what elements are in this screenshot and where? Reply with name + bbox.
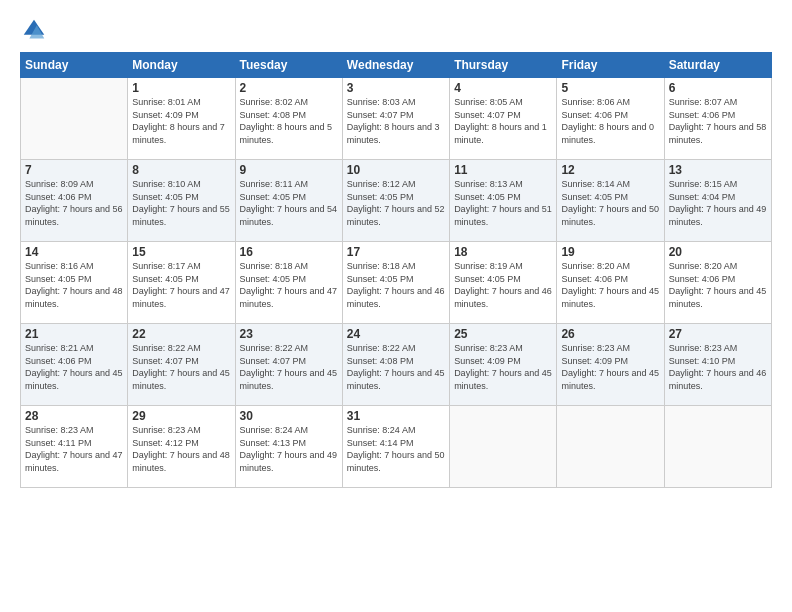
calendar-cell: 29Sunrise: 8:23 AMSunset: 4:12 PMDayligh… <box>128 406 235 488</box>
day-number: 14 <box>25 245 123 259</box>
calendar-cell: 2Sunrise: 8:02 AMSunset: 4:08 PMDaylight… <box>235 78 342 160</box>
calendar-cell: 12Sunrise: 8:14 AMSunset: 4:05 PMDayligh… <box>557 160 664 242</box>
day-info: Sunrise: 8:22 AMSunset: 4:08 PMDaylight:… <box>347 342 445 392</box>
day-info: Sunrise: 8:23 AMSunset: 4:09 PMDaylight:… <box>561 342 659 392</box>
day-number: 6 <box>669 81 767 95</box>
calendar-cell <box>21 78 128 160</box>
calendar-week-row: 14Sunrise: 8:16 AMSunset: 4:05 PMDayligh… <box>21 242 772 324</box>
day-info: Sunrise: 8:21 AMSunset: 4:06 PMDaylight:… <box>25 342 123 392</box>
weekday-header: Sunday <box>21 53 128 78</box>
weekday-header: Wednesday <box>342 53 449 78</box>
calendar-cell: 21Sunrise: 8:21 AMSunset: 4:06 PMDayligh… <box>21 324 128 406</box>
day-info: Sunrise: 8:07 AMSunset: 4:06 PMDaylight:… <box>669 96 767 146</box>
day-number: 30 <box>240 409 338 423</box>
day-number: 13 <box>669 163 767 177</box>
calendar-week-row: 21Sunrise: 8:21 AMSunset: 4:06 PMDayligh… <box>21 324 772 406</box>
day-number: 18 <box>454 245 552 259</box>
calendar-table: SundayMondayTuesdayWednesdayThursdayFrid… <box>20 52 772 488</box>
day-info: Sunrise: 8:20 AMSunset: 4:06 PMDaylight:… <box>669 260 767 310</box>
day-info: Sunrise: 8:23 AMSunset: 4:10 PMDaylight:… <box>669 342 767 392</box>
calendar-cell: 11Sunrise: 8:13 AMSunset: 4:05 PMDayligh… <box>450 160 557 242</box>
day-number: 20 <box>669 245 767 259</box>
day-info: Sunrise: 8:14 AMSunset: 4:05 PMDaylight:… <box>561 178 659 228</box>
logo <box>20 16 52 44</box>
day-info: Sunrise: 8:19 AMSunset: 4:05 PMDaylight:… <box>454 260 552 310</box>
day-info: Sunrise: 8:10 AMSunset: 4:05 PMDaylight:… <box>132 178 230 228</box>
calendar-cell: 25Sunrise: 8:23 AMSunset: 4:09 PMDayligh… <box>450 324 557 406</box>
calendar-cell: 17Sunrise: 8:18 AMSunset: 4:05 PMDayligh… <box>342 242 449 324</box>
calendar-cell: 9Sunrise: 8:11 AMSunset: 4:05 PMDaylight… <box>235 160 342 242</box>
header <box>20 16 772 44</box>
day-number: 9 <box>240 163 338 177</box>
day-info: Sunrise: 8:24 AMSunset: 4:14 PMDaylight:… <box>347 424 445 474</box>
day-info: Sunrise: 8:12 AMSunset: 4:05 PMDaylight:… <box>347 178 445 228</box>
day-info: Sunrise: 8:17 AMSunset: 4:05 PMDaylight:… <box>132 260 230 310</box>
day-number: 7 <box>25 163 123 177</box>
day-info: Sunrise: 8:09 AMSunset: 4:06 PMDaylight:… <box>25 178 123 228</box>
calendar-cell: 23Sunrise: 8:22 AMSunset: 4:07 PMDayligh… <box>235 324 342 406</box>
day-info: Sunrise: 8:16 AMSunset: 4:05 PMDaylight:… <box>25 260 123 310</box>
day-info: Sunrise: 8:15 AMSunset: 4:04 PMDaylight:… <box>669 178 767 228</box>
calendar-week-row: 28Sunrise: 8:23 AMSunset: 4:11 PMDayligh… <box>21 406 772 488</box>
weekday-header: Tuesday <box>235 53 342 78</box>
calendar-cell: 28Sunrise: 8:23 AMSunset: 4:11 PMDayligh… <box>21 406 128 488</box>
calendar-cell: 10Sunrise: 8:12 AMSunset: 4:05 PMDayligh… <box>342 160 449 242</box>
calendar-cell: 31Sunrise: 8:24 AMSunset: 4:14 PMDayligh… <box>342 406 449 488</box>
day-number: 23 <box>240 327 338 341</box>
calendar-cell: 19Sunrise: 8:20 AMSunset: 4:06 PMDayligh… <box>557 242 664 324</box>
calendar-week-row: 1Sunrise: 8:01 AMSunset: 4:09 PMDaylight… <box>21 78 772 160</box>
day-info: Sunrise: 8:03 AMSunset: 4:07 PMDaylight:… <box>347 96 445 146</box>
day-number: 21 <box>25 327 123 341</box>
day-number: 3 <box>347 81 445 95</box>
calendar-cell: 14Sunrise: 8:16 AMSunset: 4:05 PMDayligh… <box>21 242 128 324</box>
day-info: Sunrise: 8:18 AMSunset: 4:05 PMDaylight:… <box>240 260 338 310</box>
calendar-cell: 22Sunrise: 8:22 AMSunset: 4:07 PMDayligh… <box>128 324 235 406</box>
day-number: 8 <box>132 163 230 177</box>
calendar-cell <box>664 406 771 488</box>
day-number: 19 <box>561 245 659 259</box>
calendar-cell: 30Sunrise: 8:24 AMSunset: 4:13 PMDayligh… <box>235 406 342 488</box>
day-info: Sunrise: 8:01 AMSunset: 4:09 PMDaylight:… <box>132 96 230 146</box>
day-number: 11 <box>454 163 552 177</box>
calendar-cell: 13Sunrise: 8:15 AMSunset: 4:04 PMDayligh… <box>664 160 771 242</box>
weekday-header-row: SundayMondayTuesdayWednesdayThursdayFrid… <box>21 53 772 78</box>
day-info: Sunrise: 8:06 AMSunset: 4:06 PMDaylight:… <box>561 96 659 146</box>
day-number: 26 <box>561 327 659 341</box>
calendar-cell: 15Sunrise: 8:17 AMSunset: 4:05 PMDayligh… <box>128 242 235 324</box>
weekday-header: Friday <box>557 53 664 78</box>
day-number: 29 <box>132 409 230 423</box>
day-info: Sunrise: 8:02 AMSunset: 4:08 PMDaylight:… <box>240 96 338 146</box>
calendar-cell <box>557 406 664 488</box>
calendar-cell: 8Sunrise: 8:10 AMSunset: 4:05 PMDaylight… <box>128 160 235 242</box>
logo-icon <box>20 16 48 44</box>
day-info: Sunrise: 8:23 AMSunset: 4:11 PMDaylight:… <box>25 424 123 474</box>
calendar-cell: 24Sunrise: 8:22 AMSunset: 4:08 PMDayligh… <box>342 324 449 406</box>
day-number: 4 <box>454 81 552 95</box>
day-number: 25 <box>454 327 552 341</box>
calendar-cell: 18Sunrise: 8:19 AMSunset: 4:05 PMDayligh… <box>450 242 557 324</box>
day-number: 12 <box>561 163 659 177</box>
calendar-cell: 5Sunrise: 8:06 AMSunset: 4:06 PMDaylight… <box>557 78 664 160</box>
calendar-cell: 6Sunrise: 8:07 AMSunset: 4:06 PMDaylight… <box>664 78 771 160</box>
calendar-cell: 7Sunrise: 8:09 AMSunset: 4:06 PMDaylight… <box>21 160 128 242</box>
day-number: 17 <box>347 245 445 259</box>
day-number: 16 <box>240 245 338 259</box>
day-info: Sunrise: 8:23 AMSunset: 4:12 PMDaylight:… <box>132 424 230 474</box>
weekday-header: Saturday <box>664 53 771 78</box>
day-number: 1 <box>132 81 230 95</box>
calendar-cell: 20Sunrise: 8:20 AMSunset: 4:06 PMDayligh… <box>664 242 771 324</box>
day-number: 27 <box>669 327 767 341</box>
day-info: Sunrise: 8:05 AMSunset: 4:07 PMDaylight:… <box>454 96 552 146</box>
day-info: Sunrise: 8:11 AMSunset: 4:05 PMDaylight:… <box>240 178 338 228</box>
calendar-cell <box>450 406 557 488</box>
day-number: 5 <box>561 81 659 95</box>
day-number: 28 <box>25 409 123 423</box>
day-info: Sunrise: 8:23 AMSunset: 4:09 PMDaylight:… <box>454 342 552 392</box>
calendar-cell: 4Sunrise: 8:05 AMSunset: 4:07 PMDaylight… <box>450 78 557 160</box>
day-number: 15 <box>132 245 230 259</box>
day-info: Sunrise: 8:20 AMSunset: 4:06 PMDaylight:… <box>561 260 659 310</box>
day-number: 2 <box>240 81 338 95</box>
day-number: 10 <box>347 163 445 177</box>
day-number: 31 <box>347 409 445 423</box>
calendar-page: SundayMondayTuesdayWednesdayThursdayFrid… <box>0 0 792 612</box>
